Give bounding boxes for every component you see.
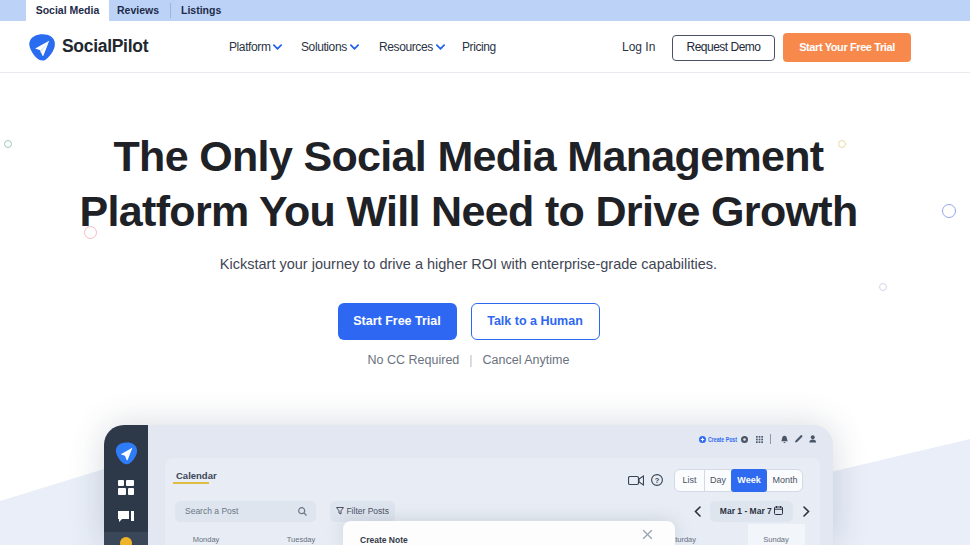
svg-text:Create Post: Create Post <box>708 435 737 444</box>
svg-text:?: ? <box>655 476 660 485</box>
